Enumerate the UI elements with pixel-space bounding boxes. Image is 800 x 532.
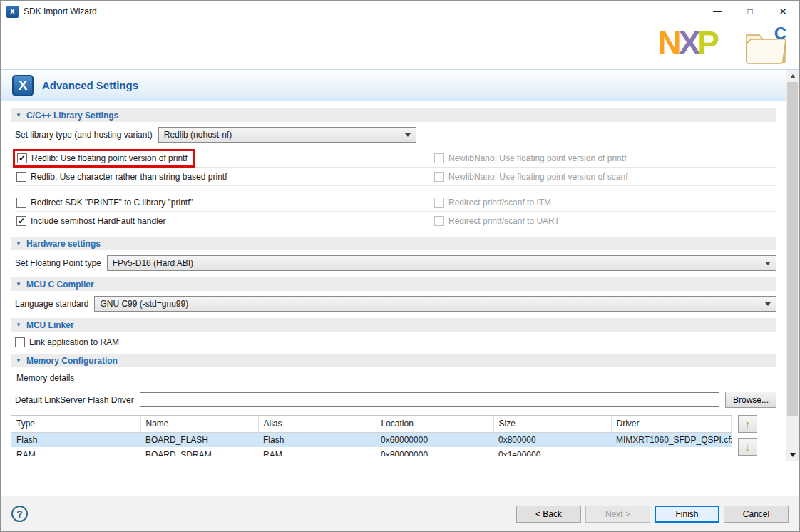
move-down-icon: ↓ bbox=[745, 441, 751, 453]
table-row-ram[interactable]: RAM BOARD_SDRAM RAM 0x80000000 0x1e00000 bbox=[11, 447, 732, 456]
cell-driver bbox=[611, 447, 732, 456]
scroll-down-icon bbox=[790, 453, 796, 457]
banner: NXP C bbox=[1, 22, 799, 69]
nxp-logo-x: X bbox=[679, 24, 698, 61]
chevron-down-icon bbox=[405, 133, 411, 137]
checkbox-label: Redlib: Use character rather than string… bbox=[31, 172, 227, 182]
vertical-scrollbar[interactable] bbox=[786, 70, 799, 461]
section-mcu-c-compiler[interactable]: ▼ MCU C Compiler bbox=[11, 277, 776, 291]
move-down-button[interactable]: ↓ bbox=[738, 438, 757, 456]
cell-size: 0x800000 bbox=[493, 432, 611, 447]
memory-table-header: Type Name Alias Location Size Driver bbox=[11, 416, 732, 432]
section-title: Hardware settings bbox=[26, 239, 101, 249]
cell-size: 0x1e00000 bbox=[493, 447, 611, 456]
titlebar: X SDK Import Wizard — □ ✕ bbox=[1, 1, 799, 22]
footer-bar: ? < Back Next > Finish Cancel bbox=[1, 496, 799, 531]
window-title: SDK Import Wizard bbox=[24, 6, 701, 16]
cell-name: BOARD_FLASH bbox=[140, 432, 258, 447]
cancel-button[interactable]: Cancel bbox=[724, 506, 789, 523]
floating-point-select[interactable]: FPv5-D16 (Hard ABI) bbox=[107, 255, 776, 271]
floating-point-label: Set Floating Point type bbox=[15, 258, 101, 268]
maximize-button[interactable]: □ bbox=[734, 1, 766, 22]
checkbox-box bbox=[15, 337, 25, 347]
section-library-settings[interactable]: ▼ C/C++ Library Settings bbox=[11, 108, 776, 122]
checkbox-redlib-char-printf[interactable]: Redlib: Use character rather than string… bbox=[15, 168, 433, 186]
c-project-folder-icon: C bbox=[744, 26, 788, 65]
col-header-location: Location bbox=[376, 416, 493, 432]
checkbox-redirect-itm: Redirect printf/scanf to ITM bbox=[433, 193, 776, 212]
section-memory-configuration[interactable]: ▼ Memory Configuration bbox=[11, 354, 776, 367]
checkbox-label: Redirect SDK "PRINTF" to C library "prin… bbox=[31, 198, 193, 208]
section-hardware-settings[interactable]: ▼ Hardware settings bbox=[11, 237, 776, 250]
move-up-button[interactable]: ↑ bbox=[738, 415, 757, 433]
floating-point-value: FPv5-D16 (Hard ABI) bbox=[113, 258, 193, 268]
collapse-caret-icon: ▼ bbox=[16, 358, 21, 364]
cell-type: RAM bbox=[11, 447, 140, 456]
cell-alias: Flash bbox=[258, 432, 376, 447]
collapse-caret-icon: ▼ bbox=[16, 322, 21, 328]
mcuxpresso-icon: X bbox=[12, 75, 34, 96]
scroll-up-icon bbox=[790, 74, 796, 78]
sdk-import-wizard-window: X SDK Import Wizard — □ ✕ NXP C X Advanc… bbox=[0, 0, 800, 532]
section-title: MCU C Compiler bbox=[26, 280, 94, 290]
checkbox-box bbox=[434, 216, 444, 226]
section-mcu-linker[interactable]: ▼ MCU Linker bbox=[11, 318, 776, 332]
checkbox-redlib-float-printf[interactable]: ✓ Redlib: Use floating point version of … bbox=[15, 149, 433, 168]
checkbox-label: Redirect printf/scanf to UART bbox=[448, 216, 560, 226]
checkbox-box bbox=[434, 198, 444, 208]
checkbox-newlibnano-float-scanf: NewlibNano: Use floating point version o… bbox=[433, 168, 776, 186]
red-highlight-box: ✓ Redlib: Use floating point version of … bbox=[13, 149, 195, 168]
settings-content: ▼ C/C++ Library Settings Set library typ… bbox=[1, 101, 799, 497]
checkbox-box: ✓ bbox=[17, 153, 27, 163]
scrollbar-thumb[interactable] bbox=[787, 82, 798, 416]
collapse-caret-icon: ▼ bbox=[16, 113, 21, 118]
section-title: C/C++ Library Settings bbox=[26, 111, 118, 121]
checkbox-link-to-ram[interactable]: Link application to RAM bbox=[15, 337, 776, 347]
collapse-caret-icon: ▼ bbox=[16, 282, 21, 287]
col-header-driver: Driver bbox=[611, 416, 732, 432]
scroll-down-button[interactable] bbox=[786, 449, 799, 461]
col-header-alias: Alias bbox=[258, 416, 376, 432]
checkbox-box bbox=[434, 172, 444, 182]
table-row-flash[interactable]: Flash BOARD_FLASH Flash 0x60000000 0x800… bbox=[11, 432, 732, 447]
section-title: MCU Linker bbox=[26, 320, 74, 330]
help-button[interactable]: ? bbox=[11, 506, 28, 522]
checkbox-label: NewlibNano: Use floating point version o… bbox=[448, 172, 627, 182]
checkbox-label: Redirect printf/scanf to ITM bbox=[448, 198, 551, 208]
checkbox-newlibnano-float-printf: NewlibNano: Use floating point version o… bbox=[433, 149, 776, 168]
nxp-logo-n: N bbox=[657, 24, 678, 61]
nxp-logo: NXP bbox=[657, 26, 717, 59]
checkbox-box bbox=[16, 172, 26, 182]
cell-driver: MIMXRT1060_SFDP_QSPI.cfx bbox=[611, 432, 732, 447]
cell-type: Flash bbox=[11, 432, 140, 447]
language-standard-value: GNU C99 (-std=gnu99) bbox=[100, 299, 188, 309]
close-button[interactable]: ✕ bbox=[766, 1, 799, 22]
chevron-down-icon bbox=[765, 262, 771, 265]
browse-button[interactable]: Browse... bbox=[725, 392, 776, 408]
chevron-down-icon bbox=[765, 302, 771, 306]
page-title: Advanced Settings bbox=[42, 79, 138, 91]
minimize-button[interactable]: — bbox=[701, 1, 734, 22]
checkbox-label: Redlib: Use floating point version of pr… bbox=[31, 153, 188, 163]
back-button[interactable]: < Back bbox=[516, 506, 581, 523]
flash-driver-input[interactable] bbox=[140, 392, 719, 407]
language-standard-select[interactable]: GNU C99 (-std=gnu99) bbox=[94, 296, 776, 312]
finish-button[interactable]: Finish bbox=[655, 506, 719, 523]
next-button: Next > bbox=[585, 506, 650, 523]
c-badge: C bbox=[774, 24, 786, 44]
nxp-logo-p: P bbox=[697, 24, 717, 61]
wizard-header: X Advanced Settings bbox=[1, 69, 799, 101]
memory-details-label: Memory details bbox=[16, 373, 776, 383]
col-header-type: Type bbox=[11, 416, 140, 432]
app-icon: X bbox=[6, 6, 19, 18]
memory-table: Type Name Alias Location Size Driver Fla… bbox=[11, 415, 732, 456]
checkbox-label: Include semihost HardFault handler bbox=[31, 216, 165, 226]
checkbox-include-semihost[interactable]: ✓ Include semihost HardFault handler bbox=[15, 212, 433, 230]
library-type-select[interactable]: Redlib (nohost-nf) bbox=[158, 127, 416, 143]
col-header-name: Name bbox=[140, 416, 258, 432]
cell-name: BOARD_SDRAM bbox=[140, 447, 258, 456]
checkbox-label: NewlibNano: Use floating point version o… bbox=[448, 153, 626, 163]
checkbox-redirect-sdk-printf[interactable]: Redirect SDK "PRINTF" to C library "prin… bbox=[15, 193, 433, 212]
collapse-caret-icon: ▼ bbox=[16, 241, 21, 247]
scroll-up-button[interactable] bbox=[786, 70, 799, 82]
